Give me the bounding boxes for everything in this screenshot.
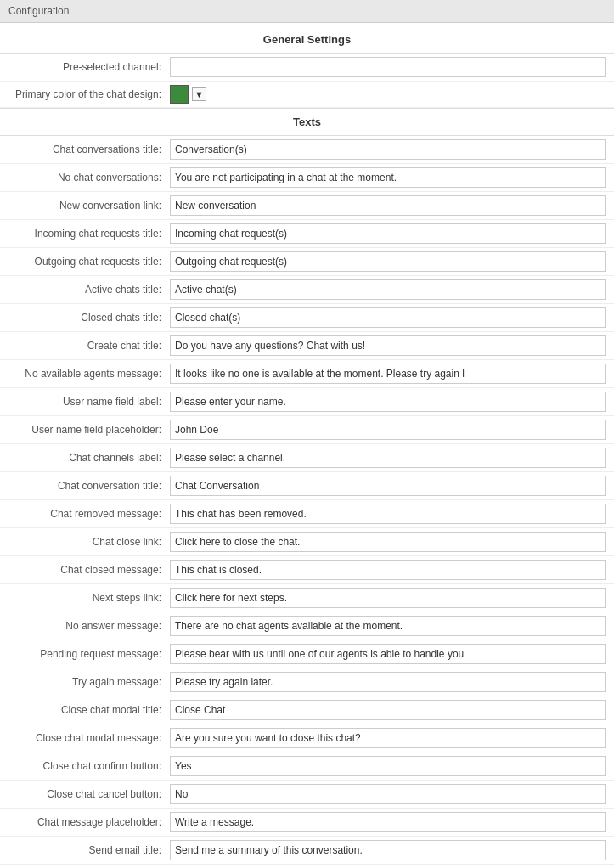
texts-section-label: Texts: [0, 108, 614, 136]
text-field-input[interactable]: [170, 195, 606, 216]
text-field-cell: [170, 809, 614, 837]
text-field-label: Chat close link:: [0, 528, 170, 556]
general-settings-table: Pre-selected channel: Primary color of t…: [0, 54, 614, 108]
color-picker-row: ▼: [170, 85, 606, 104]
text-field-input[interactable]: [170, 560, 606, 580]
text-field-input[interactable]: [170, 784, 606, 804]
text-field-cell: [170, 556, 614, 584]
text-field-input[interactable]: [170, 420, 606, 440]
text-field-row: Chat removed message:: [0, 500, 614, 528]
text-field-cell: [170, 668, 614, 696]
text-field-cell: [170, 360, 614, 388]
text-field-label: Close chat modal message:: [0, 724, 170, 752]
text-field-cell: [170, 584, 614, 612]
text-field-label: Chat closed message:: [0, 556, 170, 584]
text-field-label: Send email field placeholder:: [0, 865, 170, 869]
text-field-input[interactable]: [170, 588, 606, 608]
text-field-input[interactable]: [170, 251, 606, 272]
text-field-row: Create chat title:: [0, 332, 614, 360]
text-field-row: Chat close link:: [0, 528, 614, 556]
text-field-cell: [170, 696, 614, 724]
text-field-row: Try again message:: [0, 668, 614, 696]
text-field-label: Create chat title:: [0, 332, 170, 360]
primary-color-cell: ▼: [170, 82, 614, 108]
text-field-label: Chat conversation title:: [0, 472, 170, 500]
main-container: General Settings Pre-selected channel: P…: [0, 23, 614, 868]
pre-selected-channel-cell: [170, 54, 614, 82]
general-settings-title: General Settings: [0, 23, 614, 54]
text-field-label: User name field label:: [0, 388, 170, 416]
text-field-row: Send email title:: [0, 837, 614, 865]
text-field-input[interactable]: [170, 364, 606, 384]
text-field-input[interactable]: [170, 448, 606, 468]
text-field-label: Active chats title:: [0, 276, 170, 304]
text-field-cell: [170, 472, 614, 500]
text-field-input[interactable]: [170, 335, 606, 356]
text-field-cell: [170, 500, 614, 528]
text-field-row: User name field label:: [0, 388, 614, 416]
text-field-row: Chat channels label:: [0, 444, 614, 472]
text-field-cell: [170, 164, 614, 192]
text-field-input[interactable]: [170, 700, 606, 720]
text-field-row: Close chat confirm button:: [0, 752, 614, 781]
text-field-row: Active chats title:: [0, 276, 614, 304]
text-field-input[interactable]: [170, 728, 606, 748]
text-field-input[interactable]: [170, 532, 606, 552]
top-bar: Configuration: [0, 0, 614, 23]
text-field-label: New conversation link:: [0, 192, 170, 220]
text-field-row: Send email field placeholder:: [0, 865, 614, 869]
text-field-row: User name field placeholder:: [0, 416, 614, 444]
text-field-label: Chat conversations title:: [0, 136, 170, 164]
text-field-input[interactable]: [170, 644, 606, 664]
text-field-input[interactable]: [170, 307, 606, 328]
text-field-cell: [170, 416, 614, 444]
text-field-cell: [170, 612, 614, 640]
pre-selected-channel-input[interactable]: [170, 57, 606, 77]
text-field-input[interactable]: [170, 139, 606, 160]
text-field-input[interactable]: [170, 476, 606, 496]
text-field-input[interactable]: [170, 279, 606, 300]
text-field-row: No chat conversations:: [0, 164, 614, 192]
color-dropdown-arrow[interactable]: ▼: [192, 87, 206, 101]
text-field-label: Pending request message:: [0, 640, 170, 668]
text-field-input[interactable]: [170, 812, 606, 832]
text-field-label: Chat removed message:: [0, 500, 170, 528]
text-field-input[interactable]: [170, 756, 606, 776]
text-field-input[interactable]: [170, 672, 606, 692]
text-field-label: No chat conversations:: [0, 164, 170, 192]
color-swatch[interactable]: [170, 85, 189, 104]
text-field-row: Outgoing chat requests title:: [0, 248, 614, 276]
pre-selected-channel-row: Pre-selected channel:: [0, 54, 614, 82]
text-field-label: Chat message placeholder:: [0, 809, 170, 837]
text-field-input[interactable]: [170, 840, 606, 860]
text-field-cell: [170, 248, 614, 276]
text-field-input[interactable]: [170, 223, 606, 244]
text-field-input[interactable]: [170, 504, 606, 524]
text-field-label: No available agents message:: [0, 360, 170, 388]
text-field-cell: [170, 640, 614, 668]
text-field-row: No available agents message:: [0, 360, 614, 388]
text-field-row: Closed chats title:: [0, 304, 614, 332]
text-field-row: Chat closed message:: [0, 556, 614, 584]
text-field-cell: [170, 136, 614, 164]
pre-selected-channel-label: Pre-selected channel:: [0, 54, 170, 82]
text-field-label: Chat channels label:: [0, 444, 170, 472]
text-field-cell: [170, 332, 614, 360]
text-field-input[interactable]: [170, 616, 606, 636]
text-field-row: New conversation link:: [0, 192, 614, 220]
text-field-row: Chat conversations title:: [0, 136, 614, 164]
text-field-label: Send email title:: [0, 837, 170, 865]
text-field-row: No answer message:: [0, 612, 614, 640]
top-bar-label: Configuration: [8, 5, 69, 17]
text-field-cell: [170, 752, 614, 781]
text-field-row: Chat message placeholder:: [0, 809, 614, 837]
text-field-input[interactable]: [170, 392, 606, 412]
text-field-cell: [170, 444, 614, 472]
text-field-cell: [170, 192, 614, 220]
primary-color-label: Primary color of the chat design:: [0, 82, 170, 108]
text-field-cell: [170, 837, 614, 865]
text-field-label: No answer message:: [0, 612, 170, 640]
text-field-row: Incoming chat requests title:: [0, 220, 614, 248]
text-field-cell: [170, 781, 614, 809]
text-field-input[interactable]: [170, 167, 606, 188]
